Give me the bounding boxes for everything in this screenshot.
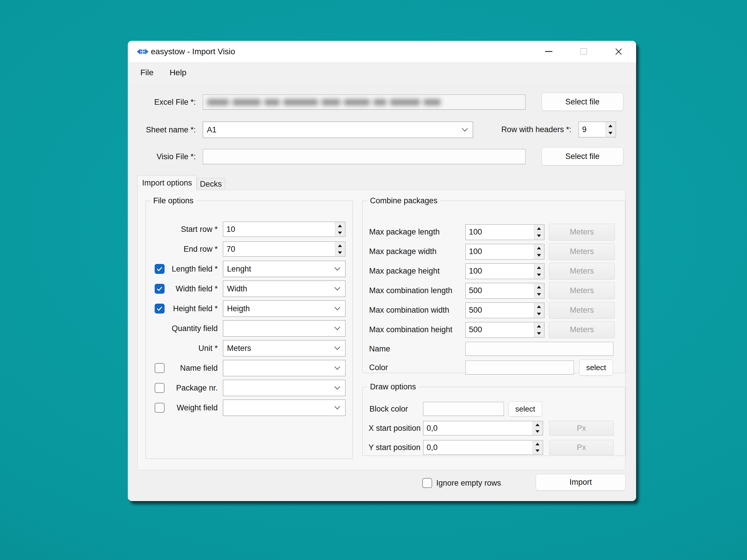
spin-up-button[interactable] <box>534 245 544 251</box>
ignore-empty-rows-checkbox[interactable] <box>422 478 432 488</box>
menu-help[interactable]: Help <box>166 66 189 79</box>
max-package-height-label: Max package height <box>369 267 465 276</box>
combine-color-label: Color <box>369 363 465 372</box>
spin-down-button[interactable] <box>533 428 542 434</box>
file-option-row-package-nr: Package nr. <box>146 378 353 398</box>
combine-name-input[interactable] <box>465 342 613 356</box>
spinner-buttons <box>334 222 345 237</box>
max-package-height-spinner[interactable]: 100 <box>465 263 544 279</box>
spin-up-button[interactable] <box>533 441 542 447</box>
block-color-label: Block color <box>369 404 423 414</box>
name-field-label: Name field <box>165 364 218 373</box>
quantity-field-select[interactable] <box>223 320 345 337</box>
width-field-select[interactable]: Width <box>223 281 345 297</box>
chevron-down-icon <box>334 265 340 271</box>
menu-file[interactable]: File <box>137 66 156 79</box>
combine-row-name: Name <box>363 340 625 358</box>
name-field-checkbox[interactable] <box>155 363 164 373</box>
import-button[interactable]: Import <box>536 474 626 490</box>
arrow-up-icon <box>537 325 541 327</box>
spinner-buttons <box>532 441 543 454</box>
x-start-spinner[interactable]: 0,0 <box>423 421 543 435</box>
spin-up-button[interactable] <box>534 264 544 271</box>
y-start-spinner[interactable]: 0,0 <box>423 440 543 455</box>
block-color-input[interactable] <box>423 402 504 416</box>
combine-color-select-button[interactable]: select <box>579 359 613 376</box>
height-field-select[interactable]: Heigth <box>223 300 345 317</box>
combine-row-color: Color select <box>363 358 625 377</box>
weight-field-select[interactable] <box>223 400 345 416</box>
arrow-up-icon <box>537 286 541 289</box>
spin-down-button[interactable] <box>606 130 615 136</box>
maximize-button[interactable] <box>566 41 601 62</box>
import-visio-window: easystow - Import Visio File Help Excel … <box>128 41 636 501</box>
excel-select-file-button[interactable]: Select file <box>542 93 623 111</box>
end-row-spinner[interactable]: 70 <box>223 241 345 257</box>
row-with-headers-spinner[interactable]: 9 <box>578 122 616 137</box>
draw-options-group-title: Draw options <box>367 382 419 392</box>
name-field-select[interactable] <box>223 360 345 376</box>
max-package-length-value: 100 <box>466 224 534 240</box>
desktop-background: easystow - Import Visio File Help Excel … <box>0 0 747 560</box>
spin-down-button[interactable] <box>534 271 544 278</box>
spin-down-button[interactable] <box>335 230 344 236</box>
spin-up-button[interactable] <box>534 323 544 329</box>
arrow-down-icon <box>537 293 541 296</box>
block-color-select-button[interactable]: select <box>508 401 542 417</box>
spin-up-button[interactable] <box>534 284 544 291</box>
package-nr-select[interactable] <box>223 380 345 396</box>
minimize-button[interactable] <box>531 41 566 62</box>
package-nr-checkbox[interactable] <box>155 383 164 393</box>
tab-decks[interactable]: Decks <box>197 178 225 190</box>
quantity-field-label: Quantity field <box>165 324 218 333</box>
unit-label: Unit * <box>165 344 218 353</box>
spin-up-button[interactable] <box>533 422 542 428</box>
spinner-buttons <box>534 303 544 318</box>
spin-up-button[interactable] <box>335 222 344 229</box>
spin-down-button[interactable] <box>534 291 544 298</box>
unit-select[interactable]: Meters <box>223 340 345 356</box>
minimize-icon <box>545 51 552 52</box>
spin-down-button[interactable] <box>533 448 542 454</box>
max-package-width-spinner[interactable]: 100 <box>465 244 544 260</box>
spin-down-button[interactable] <box>534 252 544 259</box>
max-package-height-value: 100 <box>466 264 534 279</box>
max-combination-height-unit-button: Meters <box>549 321 615 338</box>
spin-up-button[interactable] <box>606 123 615 129</box>
visio-file-input[interactable] <box>203 149 525 164</box>
combine-color-input[interactable] <box>465 361 574 374</box>
max-package-length-label: Max package length <box>369 228 465 237</box>
width-field-checkbox[interactable] <box>155 284 164 294</box>
max-package-width-unit-button: Meters <box>549 243 615 260</box>
row-with-headers-label: Row with headers *: <box>463 122 571 137</box>
x-start-label: X start position <box>368 424 423 433</box>
weight-field-checkbox[interactable] <box>155 403 164 413</box>
max-combination-width-spinner[interactable]: 500 <box>465 302 544 318</box>
max-package-length-spinner[interactable]: 100 <box>465 224 544 240</box>
spin-down-button[interactable] <box>534 311 544 317</box>
spinner-buttons <box>532 421 543 435</box>
titlebar[interactable]: easystow - Import Visio <box>128 41 636 62</box>
combine-row-max-package-length: Max package length 100 Meters <box>363 222 625 242</box>
start-row-spinner[interactable]: 10 <box>223 222 345 237</box>
combine-row-max-combination-height: Max combination height 500 Meters <box>363 320 625 340</box>
height-field-checkbox[interactable] <box>155 303 164 314</box>
max-combination-length-spinner[interactable]: 500 <box>465 283 544 299</box>
tab-import-options[interactable]: Import options <box>137 176 197 190</box>
max-combination-height-spinner[interactable]: 500 <box>465 322 544 338</box>
sheet-name-select[interactable]: A1 <box>203 122 473 138</box>
length-field-select[interactable]: Lenght <box>223 261 345 277</box>
spin-down-button[interactable] <box>534 330 544 337</box>
close-button[interactable] <box>601 41 636 62</box>
max-combination-height-label: Max combination height <box>369 325 465 334</box>
length-field-checkbox[interactable] <box>155 264 164 274</box>
spin-up-button[interactable] <box>335 242 344 249</box>
spin-down-button[interactable] <box>534 233 544 239</box>
visio-select-file-button[interactable]: Select file <box>542 147 623 165</box>
max-combination-width-unit-button: Meters <box>549 302 615 319</box>
spin-up-button[interactable] <box>534 303 544 310</box>
excel-file-input[interactable] <box>203 95 525 110</box>
spin-up-button[interactable] <box>534 225 544 232</box>
length-field-label: Length field * <box>165 265 218 273</box>
spin-down-button[interactable] <box>335 249 344 256</box>
